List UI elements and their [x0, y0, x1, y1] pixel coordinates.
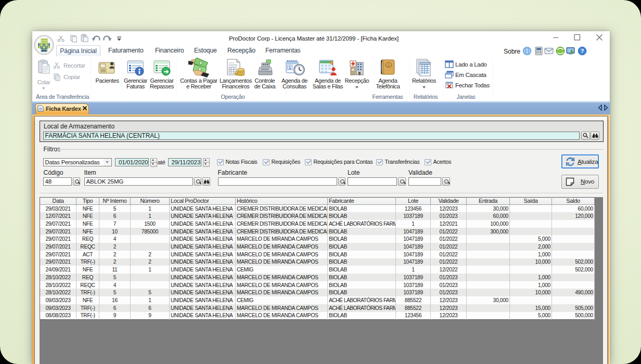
svg-text:1: 1	[288, 65, 291, 70]
svg-text:Gr: Gr	[387, 64, 391, 67]
svg-text:?: ?	[581, 48, 584, 54]
